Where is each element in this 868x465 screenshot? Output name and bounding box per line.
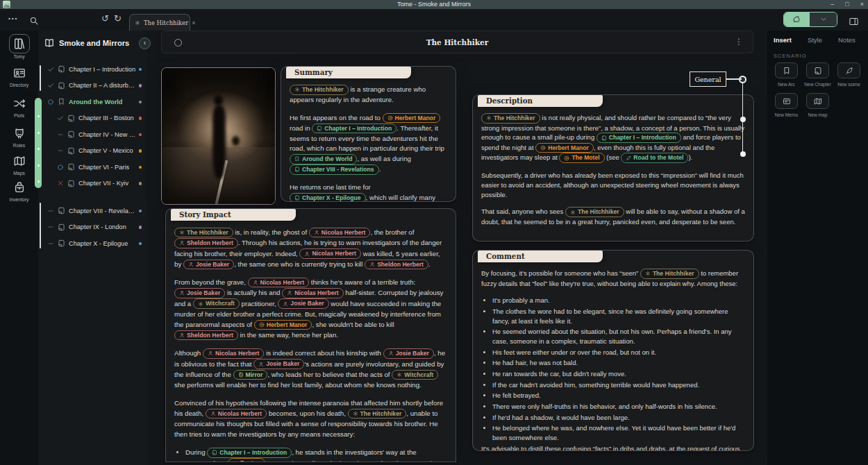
- spirit-icon: [135, 17, 140, 29]
- entity-pill-josie[interactable]: Josie Baker: [253, 359, 304, 369]
- entity-pill-herbert_manor[interactable]: Herbert Manor: [254, 320, 312, 330]
- tab-notes[interactable]: Notes: [838, 36, 856, 44]
- entity-pill-nicolas[interactable]: Nicolas Herbert: [309, 228, 371, 238]
- entity-pill-chapter8[interactable]: Chapter VIII - Revelations: [290, 164, 379, 175]
- entity-pill-boston[interactable]: Boston: [228, 458, 266, 462]
- description-card-body[interactable]: The Hitchhiker is not really physical, a…: [473, 108, 753, 241]
- nav-section-general[interactable]: General: [690, 71, 726, 87]
- entity-pill-the_motel[interactable]: The Motel: [559, 153, 604, 163]
- tab-close-icon[interactable]: ×: [192, 19, 195, 26]
- entity-pill-josie[interactable]: Josie Baker: [383, 348, 434, 359]
- dash-icon: [47, 208, 54, 214]
- entity-pill-hitchhiker[interactable]: The Hitchhiker: [348, 409, 407, 419]
- lamp-button[interactable]: [784, 12, 810, 26]
- timeline-dot[interactable]: [740, 151, 746, 157]
- entity-pill-hitchhiker[interactable]: The Hitchhiker: [174, 228, 233, 238]
- entity-pill-hitchhiker[interactable]: The Hitchhiker: [565, 207, 624, 217]
- entity-pill-chapter1[interactable]: Chapter I – Introduction: [596, 133, 681, 143]
- entity-pill-chapter1[interactable]: Chapter I – Introduction: [207, 448, 292, 458]
- entity-pill-sheldon[interactable]: Sheldon Herbert: [174, 330, 238, 341]
- entity-pill-mirror[interactable]: Mirror: [233, 370, 268, 380]
- entity-pill-josie[interactable]: Josie Baker: [183, 260, 234, 270]
- collapse-sidebar-button[interactable]: ‹: [139, 37, 151, 49]
- place-icon: [540, 145, 546, 151]
- entity-pill-hitchhiker[interactable]: The Hitchhiker: [640, 269, 699, 279]
- rail-item-inventory[interactable]: Inventory: [0, 178, 38, 202]
- ghost-photo[interactable]: [161, 67, 276, 205]
- entity-pill-josie[interactable]: Josie Baker: [278, 298, 328, 309]
- open-book-icon: [44, 37, 55, 49]
- entity-pill-nicolas[interactable]: Nicolas Herbert: [248, 278, 310, 288]
- chapter-row[interactable]: Chapter III - Boston: [38, 110, 146, 127]
- entity-pill-witchcraft[interactable]: Witchcraft: [193, 298, 240, 309]
- timeline-current-ring[interactable]: [739, 76, 746, 83]
- dropdown-chevron-button[interactable]: [810, 12, 837, 26]
- tab-the-hitchhiker[interactable]: The Hitchhiker ×: [129, 14, 190, 31]
- new-arc-button[interactable]: New Arc: [771, 62, 802, 87]
- entity-pill-nicolas[interactable]: Nicolas Herbert: [203, 348, 265, 359]
- entity-pill-sheldon[interactable]: Sheldon Herbert: [174, 238, 238, 248]
- entity-pill-nicolas[interactable]: Nicolas Herbert: [299, 248, 361, 259]
- entity-pill-sheldon[interactable]: Sheldon Herbert: [365, 260, 428, 270]
- chapter-list: Chapter I – IntroductionChapter II – A d…: [38, 61, 146, 252]
- chapter-row[interactable]: Chapter VI - Paris: [38, 159, 146, 176]
- chapter-row[interactable]: Chapter VII - Kyiv: [38, 176, 146, 192]
- entity-pill-witchcraft[interactable]: Witchcraft: [392, 370, 438, 380]
- tab-style[interactable]: Style: [808, 36, 822, 44]
- chapter-row[interactable]: Chapter VIII - Revelations: [38, 203, 146, 219]
- minimize-button[interactable]: –: [831, 0, 834, 9]
- paragraph: He first appears on the road to Herbert …: [290, 113, 447, 175]
- timeline-dot[interactable]: [740, 117, 746, 122]
- chapter-row[interactable]: Around the World: [38, 94, 146, 110]
- chapter-color-dot: [139, 210, 142, 213]
- entity-pill-chapter10[interactable]: Chapter X - Epilogue: [290, 193, 366, 202]
- toggle-side-panel-icon[interactable]: [849, 15, 859, 27]
- entity-pill-herbert_manor[interactable]: Herbert Manor: [535, 143, 594, 153]
- story-impact-card-body[interactable]: The Hitchhiker is, in reality, the ghost…: [166, 222, 456, 462]
- chapter-row[interactable]: Chapter V - Mexico: [38, 143, 146, 160]
- entity-pill-herbert_manor[interactable]: Herbert Manor: [383, 113, 441, 124]
- scroll-icon: [67, 115, 75, 122]
- entity-pill-nicolas[interactable]: Nicolas Herbert: [206, 409, 267, 419]
- entity-pill-nicolas[interactable]: Nicolas Herbert: [282, 288, 344, 298]
- new-map-button[interactable]: New map: [802, 93, 833, 117]
- new-scene-button[interactable]: New scene: [833, 62, 865, 87]
- chapter-row[interactable]: Chapter X - Epilogue: [38, 235, 146, 252]
- entity-pill-around_world[interactable]: Around the World: [290, 154, 357, 164]
- feather-icon: [626, 155, 631, 161]
- chapter-row[interactable]: Chapter IV - New York: [38, 126, 146, 143]
- bullet-item: There were only half-truths in his behav…: [492, 402, 745, 412]
- redo-icon[interactable]: ↻: [114, 13, 122, 24]
- person-icon: [258, 362, 264, 367]
- more-menu-button[interactable]: •••: [8, 15, 18, 22]
- rail-item-roles[interactable]: Roles: [0, 124, 38, 148]
- paragraph: It's advisable to distill these confusin…: [481, 444, 745, 451]
- rail-item-plots[interactable]: Plots: [0, 94, 38, 118]
- chapter-row[interactable]: Chapter II – A disturbing ...: [38, 78, 146, 94]
- entity-pill-hitchhiker[interactable]: The Hitchhiker: [290, 85, 349, 95]
- search-icon[interactable]: [29, 14, 39, 26]
- rail-item-directory[interactable]: Directory: [0, 64, 38, 87]
- kebab-menu-icon[interactable]: ⋮: [735, 37, 743, 46]
- paragraph: The Hitchhiker is not really physical, a…: [481, 113, 745, 163]
- tab-insert[interactable]: Insert: [774, 36, 792, 44]
- entity-pill-road_to_motel[interactable]: Road to the Motel: [621, 153, 688, 163]
- close-button[interactable]: ×: [860, 0, 864, 9]
- chapter-row[interactable]: Chapter IX - London: [38, 219, 146, 236]
- undo-icon[interactable]: ↺: [101, 13, 109, 24]
- rail-item-maps[interactable]: Maps: [0, 152, 38, 176]
- entity-pill-josie[interactable]: Josie Baker: [174, 288, 225, 298]
- comment-card-body[interactable]: By focusing, it's possible for someone w…: [473, 264, 753, 450]
- rail-item-tomy[interactable]: Tomy: [0, 34, 38, 59]
- chapter-row[interactable]: Chapter I – Introduction: [38, 61, 146, 78]
- maximize-button[interactable]: □: [845, 0, 849, 9]
- entity-pill-chapter1[interactable]: Chapter I – Introduction: [312, 124, 397, 134]
- dash-icon: [57, 131, 64, 138]
- story-impact-card: Story Impact The Hitchhiker is, in reali…: [165, 208, 456, 462]
- bullet-item: During Chapter I – Introduction, he stan…: [185, 447, 447, 462]
- summary-card-body[interactable]: The Hitchhiker is a strange creature who…: [281, 80, 456, 201]
- new-chapter-button[interactable]: New Chapter: [802, 62, 833, 87]
- person-icon: [210, 411, 216, 416]
- entity-pill-hitchhiker[interactable]: The Hitchhiker: [481, 113, 540, 124]
- new-memo-button[interactable]: New Memo: [771, 93, 802, 117]
